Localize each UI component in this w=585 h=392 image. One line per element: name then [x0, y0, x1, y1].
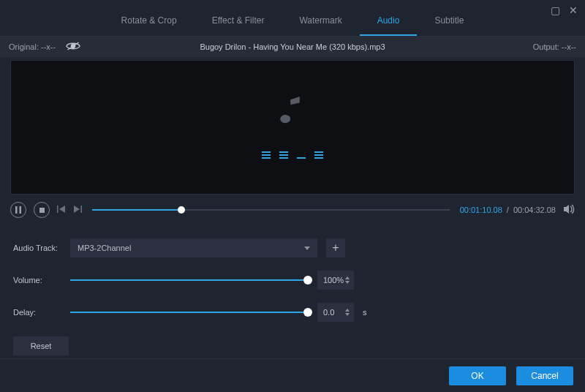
- seek-thumb[interactable]: [178, 206, 185, 214]
- svg-rect-4: [39, 208, 45, 213]
- volume-slider[interactable]: [70, 279, 309, 281]
- original-size-label: Original: --x--: [9, 42, 56, 51]
- tab-subtitle[interactable]: Subtitle: [417, 5, 481, 36]
- tab-rotate-crop[interactable]: Rotate & Crop: [104, 5, 195, 36]
- delay-slider[interactable]: [70, 312, 309, 313]
- delay-spinner[interactable]: 0.0: [317, 303, 354, 322]
- seek-fill: [92, 209, 181, 211]
- volume-slider-thumb[interactable]: [303, 276, 312, 284]
- info-bar: Original: --x-- Bugoy Drilon - Having Yo…: [0, 37, 585, 57]
- audio-settings-panel: Audio Track: MP3-2Channel + Volume: 100%…: [0, 227, 585, 360]
- add-audio-track-button[interactable]: +: [326, 238, 345, 257]
- tab-watermark[interactable]: Watermark: [282, 5, 359, 36]
- preview-toggle-icon[interactable]: [66, 41, 80, 53]
- svg-rect-2: [15, 206, 18, 214]
- audio-track-label: Audio Track:: [13, 244, 61, 252]
- footer: OK Cancel: [0, 358, 585, 392]
- svg-rect-8: [81, 206, 83, 213]
- volume-spinner[interactable]: 100%: [317, 271, 354, 290]
- equalizer-icon: [262, 150, 323, 159]
- chevron-down-icon: [304, 246, 310, 250]
- svg-marker-7: [74, 206, 80, 213]
- svg-rect-3: [20, 206, 22, 214]
- svg-rect-5: [57, 206, 58, 213]
- close-icon[interactable]: ✕: [569, 4, 578, 16]
- delay-unit: s: [363, 308, 367, 317]
- time-current: 00:01:10.08: [460, 206, 502, 214]
- cancel-button[interactable]: Cancel: [516, 366, 573, 385]
- reset-button[interactable]: Reset: [13, 336, 69, 355]
- volume-value: 100%: [323, 276, 344, 284]
- time-sep: /: [507, 206, 509, 214]
- next-frame-button[interactable]: [73, 205, 82, 215]
- delay-label: Delay:: [13, 308, 61, 317]
- maximize-icon[interactable]: ▢: [551, 4, 560, 16]
- tab-effect-filter[interactable]: Effect & Filter: [195, 5, 282, 36]
- stop-button[interactable]: [34, 202, 50, 218]
- output-size-label: Output: --x--: [533, 42, 576, 51]
- play-pause-button[interactable]: [10, 202, 26, 218]
- time-total: 00:04:32.08: [513, 206, 556, 214]
- delay-step-up[interactable]: [345, 309, 350, 312]
- music-note-icon: [280, 97, 305, 129]
- ok-button[interactable]: OK: [449, 366, 506, 385]
- delay-slider-thumb[interactable]: [303, 308, 312, 317]
- svg-marker-6: [59, 206, 65, 213]
- volume-step-down[interactable]: [345, 281, 350, 284]
- filename-label: Bugoy Drilon - Having You Near Me (320 k…: [200, 42, 385, 51]
- delay-value: 0.0: [323, 308, 334, 317]
- svg-marker-9: [564, 205, 569, 214]
- audio-track-select[interactable]: MP3-2Channel: [70, 238, 317, 257]
- tab-audio[interactable]: Audio: [360, 5, 418, 36]
- volume-step-up[interactable]: [345, 276, 350, 279]
- audio-track-value: MP3-2Channel: [78, 244, 131, 252]
- volume-icon[interactable]: [563, 204, 575, 216]
- prev-frame-button[interactable]: [57, 205, 66, 215]
- tab-bar: Rotate & Crop Effect & Filter Watermark …: [0, 0, 585, 37]
- seek-slider[interactable]: [92, 209, 450, 211]
- delay-step-down[interactable]: [345, 313, 350, 316]
- volume-label: Volume:: [13, 276, 61, 284]
- transport-bar: 00:01:10.08/00:04:32.08: [0, 195, 585, 227]
- audio-preview-area: [10, 60, 575, 195]
